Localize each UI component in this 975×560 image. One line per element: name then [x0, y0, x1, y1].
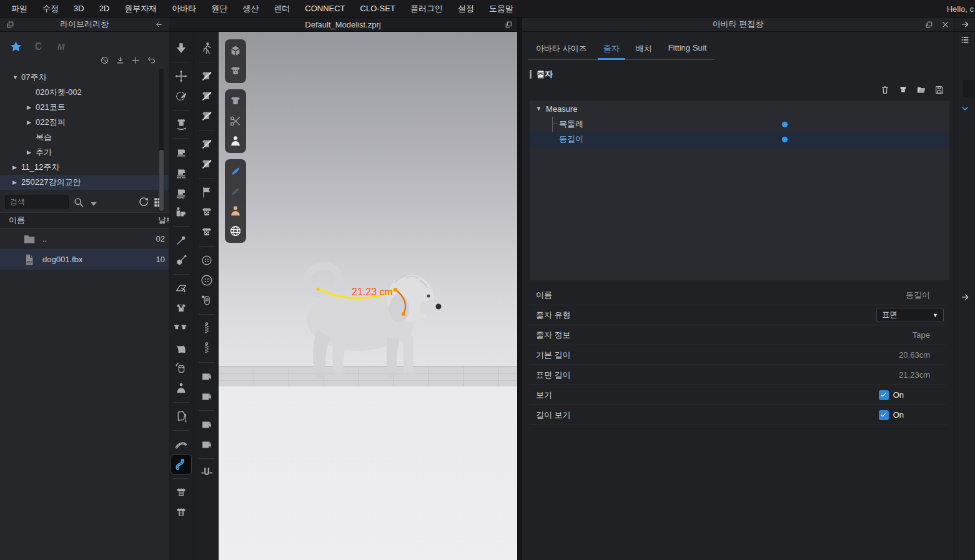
fabric-roll-a-tool-icon[interactable] [197, 367, 217, 386]
column-name[interactable]: 이름 [9, 215, 25, 226]
search-input[interactable] [5, 195, 69, 209]
tree-expand-arrow[interactable]: ▶ [12, 164, 21, 170]
md-logo-icon[interactable]: M [54, 39, 67, 53]
cut-sew-e-tool-icon[interactable] [197, 155, 217, 174]
delete-trash-icon[interactable] [880, 85, 891, 96]
float-window-icon[interactable] [5, 19, 15, 29]
tree-expand-arrow[interactable]: ▶ [12, 179, 21, 185]
menu-item[interactable]: 2D [99, 4, 110, 13]
pin-tool-icon[interactable] [171, 231, 191, 250]
shirts-pair-tool-icon[interactable] [171, 319, 191, 338]
avatar-white-icon[interactable] [228, 134, 243, 149]
fabric-roll-d-tool-icon[interactable] [197, 435, 217, 454]
library-tree-item[interactable]: 020자켓-002 [0, 85, 169, 100]
measure-color-dot[interactable] [782, 122, 788, 127]
panel-splitter[interactable] [517, 17, 522, 560]
menu-item[interactable]: 도움말 [489, 3, 513, 14]
dart-flag-tool-icon[interactable] [197, 183, 217, 202]
editor-tab[interactable]: 아바타 사이즈 [528, 39, 595, 59]
pattern-measure-tool-icon[interactable] [171, 407, 191, 426]
editor-tab[interactable]: 배치 [628, 39, 660, 59]
file-row[interactable]: .. 02 [0, 228, 169, 249]
measure-type-dropdown[interactable]: 표면▼ [876, 308, 944, 322]
drape-tool-icon[interactable] [171, 339, 191, 358]
walk-avatar-tool-icon[interactable] [197, 39, 217, 57]
move-tool-icon[interactable] [171, 67, 191, 86]
globe-icon[interactable] [228, 224, 243, 238]
favorites-star-icon[interactable] [9, 39, 22, 53]
cut-sew-c-tool-icon[interactable] [197, 107, 217, 125]
menu-item[interactable]: CLO-SET [360, 4, 395, 13]
sew-machine-tool-icon[interactable] [171, 143, 191, 162]
cut-sew-a-tool-icon[interactable] [197, 67, 217, 86]
float-window-icon[interactable] [503, 19, 513, 29]
chevron-down-icon[interactable] [960, 104, 971, 114]
library-tree-item[interactable]: ▶ 250227강의교안 [0, 175, 169, 190]
undo-icon[interactable] [147, 56, 157, 66]
library-tree-item[interactable]: ▶ 021코트 [0, 100, 169, 115]
float-window-icon[interactable] [924, 19, 934, 29]
fabric-blue-icon[interactable] [228, 164, 243, 179]
column-date[interactable]: 날짜 [158, 215, 169, 226]
zipper-b-tool-icon[interactable] [197, 339, 217, 358]
button-big-tool-icon[interactable] [197, 271, 217, 290]
sync-disabled-icon[interactable] [100, 56, 111, 66]
cut-sew-d-tool-icon[interactable] [197, 135, 217, 154]
menu-item[interactable]: 3D [74, 4, 84, 13]
person-machine-tool-icon[interactable] [171, 203, 191, 222]
search-icon[interactable] [72, 196, 84, 207]
clo-logo-icon[interactable]: C [31, 39, 45, 53]
scissors-pattern-icon[interactable] [228, 114, 243, 129]
jacket-tool-icon[interactable] [171, 299, 191, 318]
sew-machine-free-tool-icon[interactable] [171, 183, 191, 202]
measure-tree-root[interactable]: ▼ Measure [530, 101, 949, 117]
library-tree-item[interactable]: 복습 [0, 130, 169, 145]
library-tree-item[interactable]: ▼ 07주차 [0, 70, 169, 85]
checkbox-checked[interactable] [879, 410, 889, 420]
cut-sew-b-tool-icon[interactable] [197, 87, 217, 106]
menu-item[interactable]: 아바타 [172, 3, 196, 14]
measure-item[interactable]: 목둘레 [530, 117, 949, 132]
add-icon[interactable] [131, 56, 142, 66]
expand-right-icon[interactable] [960, 19, 971, 30]
refresh-icon[interactable] [137, 196, 149, 207]
zipper-tool-icon[interactable] [197, 319, 217, 338]
download-icon[interactable] [116, 56, 126, 66]
checkbox-checked[interactable] [879, 390, 889, 400]
tree-expand-arrow[interactable]: ▼ [12, 74, 21, 81]
menu-item[interactable]: 수정 [42, 3, 59, 14]
save-disk-icon[interactable] [934, 85, 945, 96]
open-folder-icon[interactable] [916, 85, 927, 96]
rotate-garment-tool-icon[interactable] [171, 115, 191, 134]
library-tree-item[interactable]: ▶ 11_12주차 [0, 160, 169, 175]
pin-3d-tool-icon[interactable] [171, 251, 191, 270]
library-tree-item[interactable]: ▶ 추가 [0, 145, 169, 160]
shirt-ruler-tool-icon[interactable] [171, 483, 191, 502]
measure-color-dot[interactable] [782, 137, 788, 142]
tree-expand-arrow[interactable]: ▼ [536, 106, 542, 112]
shirt-ruler-b-tool-icon[interactable] [171, 503, 191, 522]
avatar-orange-icon[interactable] [228, 204, 243, 219]
viewport-3d[interactable]: 21.23 cm [219, 32, 517, 560]
buttonhole-tool-icon[interactable] [197, 291, 217, 310]
menu-item[interactable]: 원부자재 [124, 3, 157, 14]
menu-item[interactable]: 플러그인 [410, 3, 443, 14]
editor-tab[interactable]: Fitting Suit [660, 39, 715, 59]
library-tree-item[interactable]: ▶ 022점퍼 [0, 115, 169, 130]
tree-expand-arrow[interactable]: ▶ [27, 119, 36, 125]
tree-expand-arrow[interactable]: ▶ [27, 104, 36, 111]
expand-right-icon[interactable] [960, 292, 971, 303]
menu-item[interactable]: 렌더 [274, 3, 290, 14]
button-tool-icon[interactable] [197, 251, 217, 270]
measure-item[interactable]: 등길이 [530, 132, 949, 147]
menu-item[interactable]: 설정 [458, 3, 474, 14]
menu-item[interactable]: 원단 [211, 3, 227, 14]
close-icon[interactable] [940, 19, 950, 29]
tape-measure-tool-icon[interactable] [171, 455, 191, 474]
spin-avatar-tool-icon[interactable] [171, 359, 191, 378]
simulate-tool-icon[interactable] [171, 39, 191, 57]
library-scrollbar-thumb[interactable] [159, 150, 164, 211]
fabric-dark-icon[interactable] [228, 184, 243, 199]
checker-shirt-tool-icon[interactable] [197, 203, 217, 222]
dot-shirt-icon[interactable] [228, 64, 243, 79]
